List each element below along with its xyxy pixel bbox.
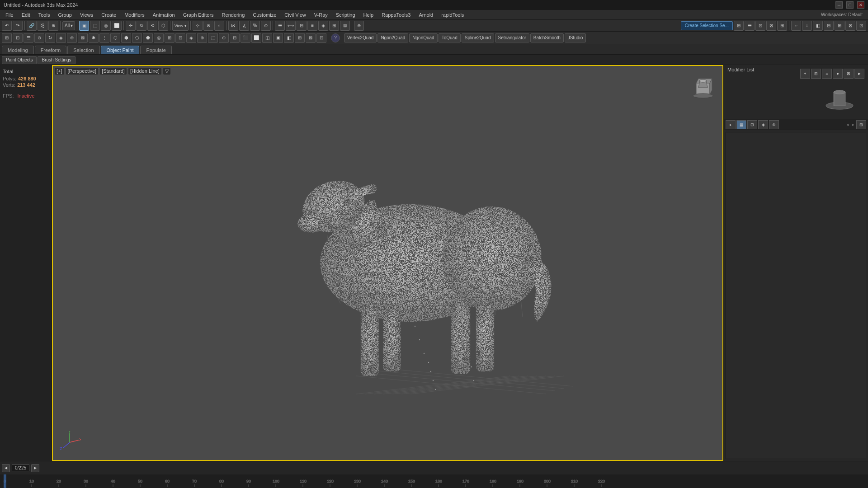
t2-btn-2[interactable]: ⊡ [13, 33, 23, 43]
axis-constraints[interactable]: ⌂ [214, 21, 224, 31]
select-scale-button[interactable]: ⟲ [147, 21, 157, 31]
toquad-button[interactable]: ToQuad [439, 33, 461, 42]
menu-create[interactable]: Create [98, 11, 120, 19]
vertex2quad-button[interactable]: Vertex2Quad [344, 33, 377, 42]
paint-objects-button[interactable]: Paint Objects [2, 56, 37, 64]
t2-btn-28[interactable]: ⊞ [295, 33, 305, 43]
snap-toggle-button[interactable]: ⋈ [228, 21, 238, 31]
t2-btn-3[interactable]: ☰ [24, 33, 33, 43]
jstudio-button[interactable]: JStudio [565, 33, 586, 42]
tb-icon-9[interactable]: ⊟ [824, 21, 834, 31]
menu-file[interactable]: File [2, 11, 17, 19]
ref-coord-dropdown[interactable]: View ▾ [172, 21, 189, 31]
t2-btn-24[interactable]: ⬜ [251, 33, 261, 43]
menu-views[interactable]: Views [76, 11, 97, 19]
brush-settings-button[interactable]: Brush Settings [38, 56, 75, 64]
t2-btn-19[interactable]: ⊕ [197, 33, 207, 43]
menu-edit[interactable]: Edit [18, 11, 34, 19]
close-button[interactable]: ✕ [857, 1, 864, 9]
mod-tab-3[interactable]: ⊡ [747, 120, 757, 129]
tab-selection[interactable]: Selection [67, 46, 99, 54]
t2-btn-11[interactable]: ⬡ [110, 33, 120, 43]
tb-icon-2[interactable]: ☰ [745, 21, 755, 31]
menu-help[interactable]: Help [360, 11, 377, 19]
menu-rapidtools[interactable]: rapidTools [438, 11, 467, 19]
mod-tab-extra[interactable]: ⊞ [856, 120, 866, 129]
mod-tab-5[interactable]: ⊕ [769, 120, 779, 129]
select-object-button[interactable]: ▣ [79, 21, 89, 31]
angle-snap-button[interactable]: ∡ [239, 21, 249, 31]
viewport[interactable]: [+] [Perspective] [Standard] [Hidden Lin… [52, 65, 723, 461]
viewport-plus[interactable]: [+] [55, 68, 64, 75]
select-place-button[interactable]: ⬡ [158, 21, 168, 31]
link-button[interactable]: 🔗 [27, 21, 37, 31]
t2-btn-1[interactable]: ⊞ [2, 33, 12, 43]
t2-btn-15[interactable]: ◎ [154, 33, 164, 43]
t2-btn-27[interactable]: ◧ [284, 33, 294, 43]
menu-tools[interactable]: Tools [35, 11, 54, 19]
setriangulator-button[interactable]: Setriangulator [495, 33, 529, 42]
redo-button[interactable]: ↷ [13, 21, 23, 31]
create-selection-button[interactable]: Create Selection Se... [681, 21, 733, 30]
t2-btn-23[interactable]: ⬛ [241, 33, 250, 43]
layer-manager[interactable]: ⊕ [354, 21, 364, 31]
t2-btn-12[interactable]: ⬢ [121, 33, 131, 43]
tab-populate[interactable]: Populate [140, 46, 171, 54]
t2-btn-16[interactable]: ⊞ [165, 33, 175, 43]
tb-icon-6[interactable]: ↔ [791, 21, 801, 31]
ngonquad-button[interactable]: NgonQuad [409, 33, 437, 42]
mirror-button[interactable]: ⟺ [286, 21, 296, 31]
tab-modeling[interactable]: Modeling [2, 46, 34, 54]
viewport-shading[interactable]: [Standard] [100, 68, 127, 75]
t2-btn-4[interactable]: ⊙ [34, 33, 44, 43]
t2-btn-21[interactable]: ⊙ [219, 33, 229, 43]
minimize-button[interactable]: ─ [835, 1, 843, 9]
rp-nav-play[interactable]: ► [854, 69, 864, 79]
rp-nav-dot[interactable]: ● [833, 69, 843, 79]
t2-btn-29[interactable]: ⊠ [306, 33, 316, 43]
percent-snap-button[interactable]: % [250, 21, 260, 31]
align-button[interactable]: ⊟ [297, 21, 307, 31]
viewport-render-mode[interactable]: [Hidden Line] [128, 68, 161, 75]
t2-btn-14[interactable]: ⬟ [143, 33, 153, 43]
undo-button[interactable]: ↶ [2, 21, 12, 31]
t2-btn-30[interactable]: ⊡ [316, 33, 326, 43]
tb-icon-12[interactable]: ⊡ [856, 21, 866, 31]
select-region-button[interactable]: ⬚ [90, 21, 100, 31]
menu-modifiers[interactable]: Modifiers [121, 11, 148, 19]
tb-icon-4[interactable]: ⊠ [766, 21, 776, 31]
menu-group[interactable]: Group [54, 11, 75, 19]
t2-btn-6[interactable]: ◈ [56, 33, 66, 43]
tab-freeform[interactable]: Freeform [35, 46, 67, 54]
mod-tab-1[interactable]: ▸ [726, 120, 736, 129]
nav-cube-area[interactable] [687, 70, 719, 101]
rp-nav-grid[interactable]: ⊞ [811, 69, 821, 79]
rp-nav-add[interactable]: + [800, 69, 810, 79]
t2-btn-5[interactable]: ↻ [45, 33, 55, 43]
menu-scripting[interactable]: Scripting [332, 11, 359, 19]
rp-nav-list[interactable]: ≡ [822, 69, 832, 79]
ngon2quad-button[interactable]: Ngon2Quad [377, 33, 408, 42]
t2-btn-13[interactable]: ⬠ [132, 33, 142, 43]
viewport-filter-icon[interactable]: ▽ [163, 68, 170, 75]
select-move-button[interactable]: ✛ [126, 21, 136, 31]
viewport-view-type[interactable]: [Perspective] [66, 68, 99, 75]
tb-icon-8[interactable]: ◧ [813, 21, 823, 31]
t2-btn-8[interactable]: ⊠ [78, 33, 88, 43]
pivot-button[interactable]: ⊹ [193, 21, 203, 31]
align-to-view-button[interactable]: ⊠ [340, 21, 350, 31]
t2-btn-18[interactable]: ◈ [186, 33, 196, 43]
rp-nav-x[interactable]: ⊠ [844, 69, 854, 79]
tb-icon-3[interactable]: ⊡ [755, 21, 765, 31]
named-sel-sets[interactable]: ☰ [275, 21, 285, 31]
t2-btn-25[interactable]: ◫ [262, 33, 272, 43]
t2-icon-info[interactable]: ? [331, 33, 340, 42]
mod-tab-4[interactable]: ◈ [758, 120, 768, 129]
t2-btn-26[interactable]: ▣ [273, 33, 283, 43]
tb-icon-7[interactable]: ↕ [802, 21, 812, 31]
menu-customize[interactable]: Customize [249, 11, 280, 19]
t2-btn-10[interactable]: ⋮ [99, 33, 109, 43]
timeline-next-btn[interactable]: ▶ [31, 464, 39, 472]
menu-civil-view[interactable]: Civil View [281, 11, 309, 19]
tb-icon-10[interactable]: ⊞ [835, 21, 844, 31]
